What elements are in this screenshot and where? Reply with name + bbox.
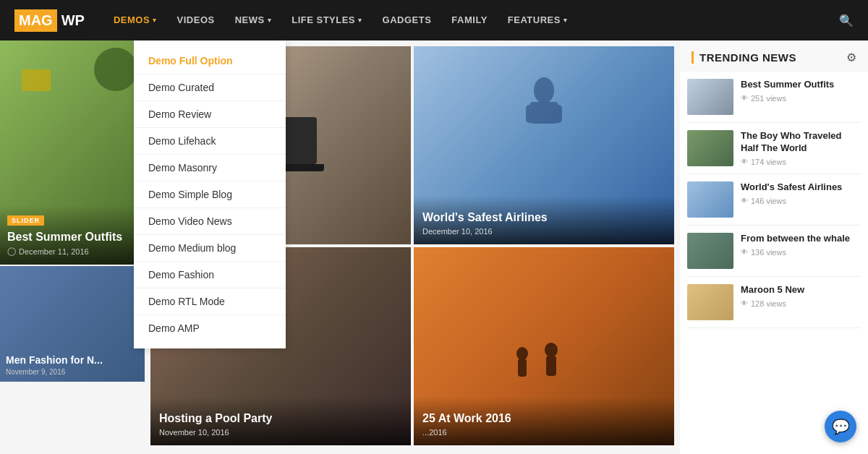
eye-icon: 👁 (741, 94, 748, 102)
svg-point-10 (516, 347, 528, 360)
sidebar-header: TRENDING NEWS ⚙ (680, 40, 868, 72)
svg-rect-2 (526, 105, 535, 123)
dropdown-item-review[interactable]: Demo Review (134, 101, 286, 128)
nav-item-demos[interactable]: DEMOS ▾ (103, 0, 167, 40)
trending-views: 👁 128 views (741, 299, 861, 308)
trending-views: 👁 146 views (741, 197, 861, 205)
svg-rect-13 (546, 356, 556, 376)
dropdown-item-mediumblog[interactable]: Demo Medium blog (134, 235, 286, 262)
trending-thumb-image (687, 181, 733, 218)
eye-icon: 👁 (741, 158, 748, 166)
gear-icon[interactable]: ⚙ (846, 51, 856, 64)
eye-icon: 👁 (741, 197, 748, 205)
trending-item-title: The Boy Who Traveled Half The World (741, 130, 861, 155)
slide-secondary[interactable]: Men Fashion for N... November 9, 2016 (0, 266, 145, 382)
dropdown-item-amp[interactable]: Demo AMP (134, 315, 286, 341)
trending-thumb (687, 284, 733, 320)
card-airlines-date: December 10, 2016 (422, 227, 665, 236)
nav-item-features[interactable]: FEATURES ▾ (498, 0, 578, 40)
plant-decoration (94, 48, 137, 91)
dropdown-item-masonry[interactable]: Demo Masonry (134, 155, 286, 181)
slide-main[interactable]: SLIDER Best Summer Outfits ◯ December 11… (0, 40, 145, 265)
card-pool-date: November 10, 2016 (159, 428, 402, 437)
card-pool-title: Hosting a Pool Party (159, 411, 402, 425)
sidebar-title: TRENDING NEWS (692, 51, 796, 64)
svg-point-0 (534, 77, 554, 103)
trending-item-title: Best Summer Outfits (741, 79, 861, 91)
trending-info: The Boy Who Traveled Half The World 👁 17… (741, 130, 861, 166)
trending-item[interactable]: Maroon 5 New 👁 128 views (687, 277, 861, 328)
logo-mag: MAG (14, 9, 57, 32)
trending-info: Best Summer Outfits 👁 251 views (741, 79, 861, 103)
trending-thumb (687, 233, 733, 269)
page-body: SLIDER Best Summer Outfits ◯ December 11… (0, 40, 868, 454)
nav-item-news[interactable]: NEWS ▾ (225, 0, 282, 40)
dropdown-item-fashion[interactable]: Demo Fashion (134, 262, 286, 288)
svg-point-12 (545, 343, 558, 357)
eye-icon: 👁 (741, 299, 748, 307)
search-icon[interactable]: 🔍 (839, 14, 854, 27)
card-work-overlay: 25 At Work 2016 ...2016 (414, 397, 674, 445)
trending-info: World's Safest Airlines 👁 146 views (741, 181, 861, 205)
trending-item-title: World's Safest Airlines (741, 181, 861, 194)
header: MAG WP DEMOS ▾ VIDEOS NEWS ▾ LIFE STYLES… (0, 0, 868, 40)
trending-item[interactable]: Best Summer Outfits 👁 251 views (687, 72, 861, 123)
trending-thumb-image (687, 233, 733, 269)
card-airlines-title: World's Safest Airlines (422, 210, 665, 224)
trending-list: Best Summer Outfits 👁 251 views The Boy … (680, 72, 868, 328)
sidebar: TRENDING NEWS ⚙ Best Summer Outfits 👁 25… (680, 40, 868, 454)
chevron-down-icon: ▾ (153, 0, 157, 40)
nav-item-family[interactable]: FAMILY (441, 0, 497, 40)
dropdown-item-curated[interactable]: Demo Curated (134, 74, 286, 101)
logo[interactable]: MAG WP (14, 9, 89, 32)
trending-thumb (687, 181, 733, 218)
chevron-down-icon: ▾ (563, 0, 568, 40)
trending-views: 👁 251 views (741, 94, 861, 103)
trending-item-title: From between the whale (741, 233, 861, 245)
logo-wp: WP (57, 9, 89, 32)
clock-icon: ◯ (7, 247, 16, 256)
slide-main-overlay: SLIDER Best Summer Outfits ◯ December 11… (0, 205, 145, 265)
dropdown-item-rtl[interactable]: Demo RTL Mode (134, 288, 286, 315)
trending-item[interactable]: World's Safest Airlines 👁 146 views (687, 174, 861, 226)
dropdown-item-fulloption[interactable]: Demo Full Option (134, 48, 286, 74)
slide-main-title: Best Summer Outfits (7, 230, 137, 244)
card-airlines[interactable]: World's Safest Airlines December 10, 201… (414, 46, 674, 244)
trending-thumb-image (687, 130, 733, 166)
trending-thumb-image (687, 284, 733, 320)
trending-thumb (687, 130, 733, 166)
svg-rect-11 (518, 359, 527, 377)
slide-secondary-overlay: Men Fashion for N... November 9, 2016 (0, 348, 145, 382)
card-work-date: ...2016 (422, 428, 665, 437)
eye-icon: 👁 (741, 248, 748, 256)
demos-dropdown: Demo Full Option Demo Curated Demo Revie… (134, 40, 286, 348)
trending-info: Maroon 5 New 👁 128 views (741, 284, 861, 308)
trending-item-title: Maroon 5 New (741, 284, 861, 296)
trending-thumb (687, 79, 733, 115)
slide-secondary-title: Men Fashion for N... (6, 354, 139, 366)
trending-views: 👁 136 views (741, 248, 861, 257)
nav-item-videos[interactable]: VIDEOS (167, 0, 225, 40)
dropdown-item-simpleblog[interactable]: Demo Simple Blog (134, 181, 286, 208)
chevron-down-icon: ▾ (358, 0, 362, 40)
card-work[interactable]: 25 At Work 2016 ...2016 (414, 247, 674, 445)
people-silhouette (508, 343, 580, 386)
main-nav: DEMOS ▾ VIDEOS NEWS ▾ LIFE STYLES ▾ GADG… (103, 0, 839, 40)
slide-secondary-date: November 9, 2016 (6, 368, 139, 376)
svg-rect-3 (553, 105, 562, 123)
trending-info: From between the whale 👁 136 views (741, 233, 861, 257)
cup-decoration (22, 69, 51, 91)
slide-main-date: ◯ December 11, 2016 (7, 247, 137, 256)
card-pool-overlay: Hosting a Pool Party November 10, 2016 (150, 397, 411, 445)
dropdown-item-videonews[interactable]: Demo Video News (134, 208, 286, 235)
trending-item[interactable]: From between the whale 👁 136 views (687, 226, 861, 277)
slider-area: SLIDER Best Summer Outfits ◯ December 11… (0, 40, 145, 454)
nav-item-lifestyles[interactable]: LIFE STYLES ▾ (281, 0, 372, 40)
trending-item[interactable]: The Boy Who Traveled Half The World 👁 17… (687, 123, 861, 174)
trending-views: 👁 174 views (741, 158, 861, 166)
card-airlines-overlay: World's Safest Airlines December 10, 201… (414, 196, 674, 244)
trending-thumb-image (687, 79, 733, 115)
dropdown-item-lifehack[interactable]: Demo Lifehack (134, 128, 286, 155)
chat-button[interactable]: 💬 (825, 411, 856, 442)
nav-item-gadgets[interactable]: GADGETS (373, 0, 442, 40)
